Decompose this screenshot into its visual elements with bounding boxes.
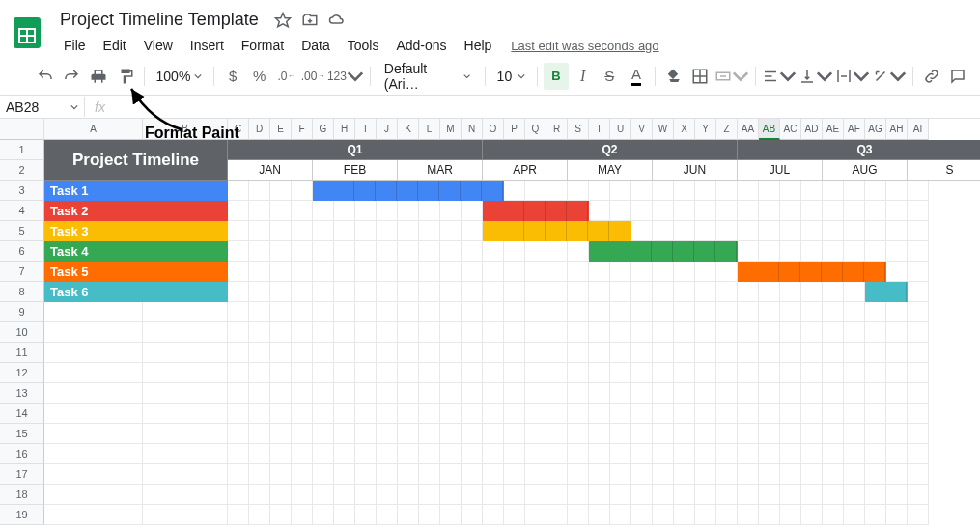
col-header-U[interactable]: U <box>610 119 631 140</box>
row-header-7[interactable]: 7 <box>0 262 44 282</box>
row-header-1[interactable]: 1 <box>0 140 44 160</box>
col-header-M[interactable]: M <box>440 119 462 140</box>
chevron-down-icon <box>732 68 749 85</box>
col-header-AA[interactable]: AA <box>738 119 759 140</box>
menu-tools[interactable]: Tools <box>340 34 387 57</box>
row-header-19[interactable]: 19 <box>0 505 44 525</box>
col-header-AB[interactable]: AB <box>759 119 780 140</box>
bold-button[interactable]: B <box>544 63 569 90</box>
doc-title[interactable]: Project Timeline Template <box>54 8 265 32</box>
undo-button[interactable] <box>33 63 58 90</box>
row-header-5[interactable]: 5 <box>0 221 44 241</box>
col-header-AH[interactable]: AH <box>886 119 908 140</box>
percent-button[interactable]: % <box>247 63 272 90</box>
row-header-18[interactable]: 18 <box>0 485 44 505</box>
col-header-G[interactable]: G <box>313 119 334 140</box>
select-all-corner[interactable] <box>0 119 44 140</box>
more-formats-button[interactable]: 123 <box>327 63 364 90</box>
col-header-E[interactable]: E <box>270 119 292 140</box>
col-header-O[interactable]: O <box>483 119 504 140</box>
menu-file[interactable]: File <box>56 34 94 57</box>
star-icon[interactable] <box>274 12 292 29</box>
month-AUG: AUG <box>823 160 908 181</box>
col-header-AG[interactable]: AG <box>865 119 886 140</box>
row-header-12[interactable]: 12 <box>0 363 44 383</box>
row-header-2[interactable]: 2 <box>0 160 44 181</box>
redo-button[interactable] <box>60 63 85 90</box>
last-edit-link[interactable]: Last edit was seconds ago <box>511 39 658 53</box>
zoom-select[interactable]: 100% <box>151 69 209 84</box>
increase-decimal-button[interactable]: .00→ <box>300 63 325 90</box>
row-header-11[interactable]: 11 <box>0 343 44 363</box>
menu-view[interactable]: View <box>136 34 181 57</box>
insert-comment-button[interactable] <box>945 63 970 90</box>
row-header-9[interactable]: 9 <box>0 302 44 322</box>
currency-button[interactable]: $ <box>220 63 245 90</box>
col-header-AI[interactable]: AI <box>908 119 929 140</box>
col-header-Y[interactable]: Y <box>695 119 716 140</box>
fill-color-button[interactable] <box>661 63 686 90</box>
col-header-Z[interactable]: Z <box>716 119 738 140</box>
row-header-8[interactable]: 8 <box>0 282 44 302</box>
col-header-W[interactable]: W <box>653 119 674 140</box>
menu-format[interactable]: Format <box>234 34 292 57</box>
col-header-J[interactable]: J <box>377 119 398 140</box>
col-header-X[interactable]: X <box>674 119 695 140</box>
print-button[interactable] <box>86 63 111 90</box>
menu-insert[interactable]: Insert <box>182 34 232 57</box>
col-header-L[interactable]: L <box>419 119 440 140</box>
move-icon[interactable] <box>301 12 319 29</box>
insert-link-button[interactable] <box>919 63 944 90</box>
cells-area[interactable]: Project TimelineQ1JANFEBMARQ2APRMAYJUNQ3… <box>44 140 980 525</box>
col-header-I[interactable]: I <box>355 119 377 140</box>
borders-button[interactable] <box>687 63 713 90</box>
vertical-align-button[interactable] <box>798 63 833 90</box>
font-select[interactable]: Default (Ari… <box>377 61 479 92</box>
row-header-3[interactable]: 3 <box>0 181 44 201</box>
menu-data[interactable]: Data <box>294 34 338 57</box>
name-box[interactable]: AB28 <box>0 97 85 117</box>
strikethrough-button[interactable]: S <box>597 63 622 90</box>
menu-edit[interactable]: Edit <box>96 34 134 57</box>
col-header-D[interactable]: D <box>249 119 270 140</box>
italic-button[interactable]: I <box>571 63 596 90</box>
paint-format-button[interactable] <box>113 63 138 90</box>
text-rotation-button[interactable] <box>872 63 907 90</box>
row-header-15[interactable]: 15 <box>0 424 44 444</box>
decrease-decimal-button[interactable]: .0← <box>274 63 299 90</box>
gantt-bar <box>483 221 631 241</box>
row-header-17[interactable]: 17 <box>0 464 44 485</box>
col-header-T[interactable]: T <box>589 119 610 140</box>
row-header-6[interactable]: 6 <box>0 241 44 262</box>
menu-help[interactable]: Help <box>457 34 500 57</box>
row-header-16[interactable]: 16 <box>0 444 44 464</box>
row-header-14[interactable]: 14 <box>0 404 44 424</box>
row-header-13[interactable]: 13 <box>0 383 44 404</box>
col-header-S[interactable]: S <box>568 119 589 140</box>
text-wrap-button[interactable] <box>835 63 870 90</box>
col-header-H[interactable]: H <box>334 119 355 140</box>
menu-addons[interactable]: Add-ons <box>388 34 454 57</box>
col-header-AD[interactable]: AD <box>801 119 823 140</box>
horizontal-align-button[interactable] <box>762 63 797 90</box>
month-S: S <box>908 160 980 181</box>
col-header-P[interactable]: P <box>504 119 525 140</box>
col-header-F[interactable]: F <box>292 119 313 140</box>
col-header-N[interactable]: N <box>462 119 483 140</box>
col-header-AC[interactable]: AC <box>780 119 801 140</box>
cloud-icon[interactable] <box>328 12 346 29</box>
row-header-10[interactable]: 10 <box>0 322 44 343</box>
col-header-A[interactable]: A <box>44 119 143 140</box>
separator <box>370 67 371 86</box>
sheets-logo[interactable] <box>8 14 46 52</box>
col-header-R[interactable]: R <box>546 119 568 140</box>
text-color-button[interactable]: A <box>624 63 649 90</box>
col-header-AE[interactable]: AE <box>823 119 844 140</box>
col-header-V[interactable]: V <box>631 119 653 140</box>
col-header-K[interactable]: K <box>398 119 419 140</box>
col-header-Q[interactable]: Q <box>525 119 546 140</box>
font-size-select[interactable]: 10 <box>491 69 532 84</box>
row-header-4[interactable]: 4 <box>0 201 44 221</box>
merge-button[interactable] <box>714 63 749 90</box>
col-header-AF[interactable]: AF <box>844 119 865 140</box>
